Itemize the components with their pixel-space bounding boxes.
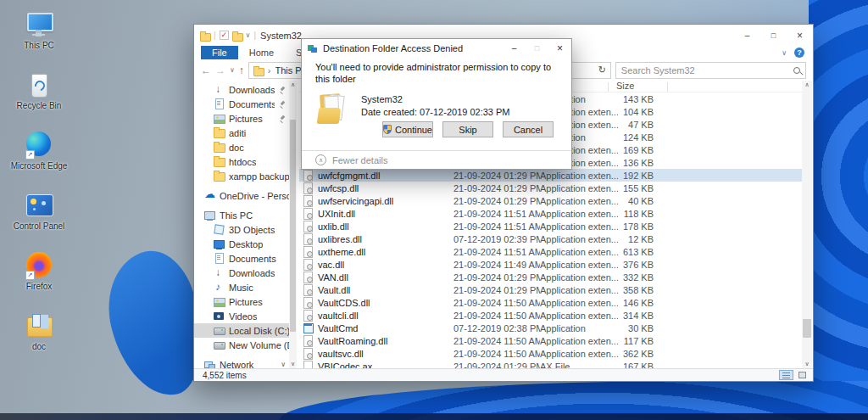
large-icons-view-button[interactable] xyxy=(795,370,810,380)
file-icon xyxy=(303,335,313,346)
expand-ribbon-chevron-icon[interactable] xyxy=(782,49,787,57)
file-type: Application exten... xyxy=(540,260,618,270)
search-box xyxy=(615,62,806,79)
file-row[interactable]: uxlib.dll 21-09-2024 11:51 AM Applicatio… xyxy=(299,220,802,232)
sidebar-item[interactable]: Desktop xyxy=(194,237,289,251)
help-icon[interactable]: ? xyxy=(794,48,804,58)
minimize-button[interactable] xyxy=(503,39,526,57)
ribbon-tab[interactable]: File xyxy=(201,46,238,59)
file-row[interactable]: VAN.dll 21-09-2024 01:29 PM Application … xyxy=(299,271,802,283)
file-row[interactable]: uwfservicingapi.dll 21-09-2024 01:29 PM … xyxy=(299,194,802,207)
fewer-details-toggle[interactable]: Fewer details xyxy=(332,155,387,165)
sidebar-item[interactable]: Local Disk (C:) xyxy=(194,323,289,338)
cancel-button[interactable]: Cancel xyxy=(503,121,554,137)
search-input[interactable] xyxy=(621,65,790,76)
forward-button[interactable] xyxy=(215,64,225,76)
folder-info: System32 Date created: 07-12-2019 02:33 … xyxy=(361,93,510,120)
file-date-modified: 21-09-2024 01:29 PM xyxy=(453,183,540,193)
scrollbar-thumb[interactable] xyxy=(290,120,296,332)
desktop-icon[interactable]: Control Panel xyxy=(8,191,70,244)
up-button[interactable] xyxy=(239,64,244,76)
file-size: 167 KB xyxy=(618,361,654,369)
dialog-message: You'll need to provide administrator per… xyxy=(302,57,571,86)
sidebar-item[interactable]: Pictures xyxy=(194,111,289,126)
scroll-up-arrow-icon[interactable] xyxy=(802,81,812,89)
collapse-details-icon[interactable] xyxy=(315,154,326,165)
file-size: 30 KB xyxy=(618,323,654,333)
file-size: 47 KB xyxy=(618,120,654,130)
column-separator xyxy=(667,82,668,92)
sidebar-item[interactable]: xampp backup xyxy=(194,169,289,183)
desktop-icon[interactable]: Firefox xyxy=(8,251,70,304)
file-row[interactable]: uwfcfgmgmt.dll 21-09-2024 01:29 PM Appli… xyxy=(299,169,802,182)
file-row[interactable]: uxtheme.dll 21-09-2024 11:51 AM Applicat… xyxy=(299,245,802,258)
customize-qat-chevron-icon[interactable] xyxy=(246,31,251,39)
sidebar-item[interactable]: Music xyxy=(194,280,289,294)
file-size: 12 KB xyxy=(618,234,654,244)
dialog-titlebar[interactable]: Destination Folder Access Denied xyxy=(302,39,571,57)
sidebar-item[interactable]: Documents xyxy=(194,251,289,266)
recent-locations-chevron-icon[interactable] xyxy=(230,66,235,74)
sidebar-item-icon xyxy=(204,210,215,221)
desktop-icon-label: Firefox xyxy=(26,282,53,291)
sidebar-item[interactable]: Downloads xyxy=(194,82,289,97)
close-button[interactable] xyxy=(548,39,571,57)
properties-icon[interactable] xyxy=(220,31,229,40)
new-folder-icon[interactable] xyxy=(232,31,242,40)
search-icon[interactable] xyxy=(793,67,800,74)
sidebar-item[interactable]: Network xyxy=(194,357,289,368)
desktop-icon[interactable]: doc xyxy=(8,311,70,364)
skip-button[interactable]: Skip xyxy=(442,121,493,137)
file-list-scrollbar[interactable] xyxy=(802,81,812,368)
close-button[interactable] xyxy=(787,25,813,46)
file-row[interactable]: Vault.dll 21-09-2024 01:29 PM Applicatio… xyxy=(299,283,802,296)
sidebar-item[interactable]: Downloads xyxy=(194,266,289,280)
file-row[interactable]: VaultRoaming.dll 21-09-2024 11:50 AM App… xyxy=(299,334,802,347)
sidebar-item[interactable]: doc xyxy=(194,140,289,154)
file-icon xyxy=(303,246,313,257)
file-row[interactable]: VaultCDS.dll 21-09-2024 11:50 AM Applica… xyxy=(299,296,802,309)
scrollbar-thumb[interactable] xyxy=(803,319,811,338)
file-row[interactable]: uxlibres.dll 07-12-2019 02:39 PM Applica… xyxy=(299,232,802,245)
sidebar-scrollbar[interactable] xyxy=(289,81,297,368)
details-view-button[interactable] xyxy=(779,370,793,380)
back-button[interactable] xyxy=(201,64,211,76)
file-type: Application exten... xyxy=(540,196,618,206)
scroll-down-arrow-icon[interactable] xyxy=(289,360,297,368)
file-size: 376 KB xyxy=(618,260,654,270)
file-row[interactable]: UXInit.dll 21-09-2024 11:51 AM Applicati… xyxy=(299,207,802,220)
sidebar-item[interactable]: New Volume (D:) xyxy=(194,338,289,352)
sidebar-item[interactable]: Videos xyxy=(194,309,289,323)
continue-button[interactable]: Continue xyxy=(382,121,433,137)
sidebar-item[interactable]: Documents xyxy=(194,97,289,111)
minimize-button[interactable] xyxy=(734,25,760,46)
refresh-icon[interactable] xyxy=(598,64,606,76)
scroll-up-arrow-icon[interactable] xyxy=(289,81,297,89)
file-size: 104 KB xyxy=(618,107,654,117)
sidebar-item[interactable]: aditi xyxy=(194,126,289,140)
sidebar-item[interactable]: Pictures xyxy=(194,294,289,309)
sidebar-item[interactable]: This PC xyxy=(194,208,289,222)
sidebar-item-icon xyxy=(204,190,215,201)
file-row[interactable]: vaultsvc.dll 21-09-2024 11:50 AM Applica… xyxy=(299,347,802,360)
file-row[interactable]: vaultcli.dll 21-09-2024 11:50 AM Applica… xyxy=(299,309,802,322)
file-row[interactable]: uwfcsp.dll 21-09-2024 01:29 PM Applicati… xyxy=(299,182,802,194)
file-row[interactable]: VaultCmd 07-12-2019 02:38 PM Application… xyxy=(299,322,802,334)
desktop-icon[interactable]: Microsoft Edge xyxy=(8,131,70,183)
desktop-icon[interactable]: Recycle Bin xyxy=(8,70,70,123)
ribbon-tab[interactable]: Home xyxy=(238,46,285,59)
sidebar-item[interactable]: htdocs xyxy=(194,154,289,169)
scroll-down-arrow-icon[interactable] xyxy=(802,360,812,368)
sidebar-item[interactable]: 3D Objects xyxy=(194,222,289,237)
sidebar-item-label: Music xyxy=(229,283,253,293)
desktop-icon[interactable]: This PC xyxy=(8,10,70,63)
maximize-button[interactable] xyxy=(760,25,787,46)
sidebar-item-icon xyxy=(214,282,225,293)
size-column-header[interactable]: Size xyxy=(616,81,634,91)
file-row[interactable]: vac.dll 21-09-2024 11:49 AM Application … xyxy=(299,258,802,271)
file-size: 362 KB xyxy=(618,349,654,359)
file-name: VaultRoaming.dll xyxy=(313,336,453,346)
file-type: Application exten... xyxy=(540,298,618,308)
sidebar-item[interactable]: OneDrive - Personal xyxy=(194,188,289,203)
file-row[interactable]: VBICodec.ax 21-09-2024 01:29 PM AX File … xyxy=(299,360,802,368)
